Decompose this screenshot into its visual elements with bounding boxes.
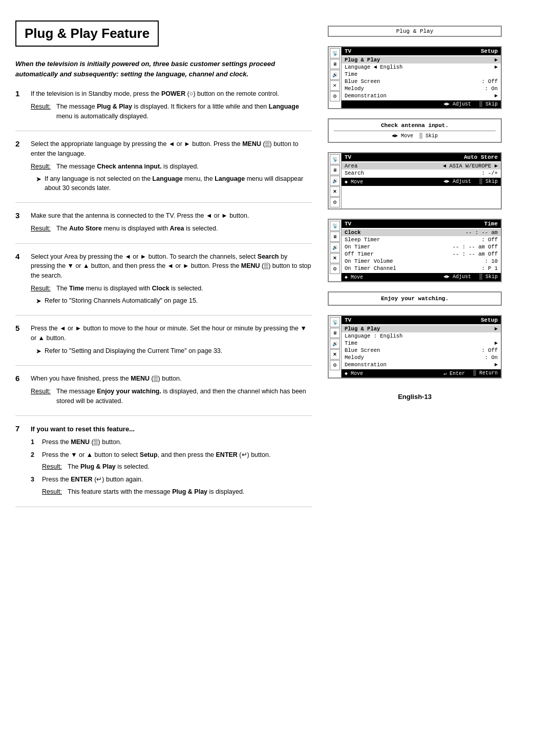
screen1-footer: ◄► Adjust ▒ Skip [342, 100, 501, 108]
menu-arrow-demo-6: ► [495, 362, 498, 368]
menu-item-offtimer: Off Timer [345, 251, 451, 257]
step-5-content: Press the ◄ or ► button to move to the h… [31, 324, 312, 358]
menu-row-search: Search : -/+ [342, 170, 501, 177]
result-1-text: The message Plug & Play is displayed. It… [56, 102, 312, 121]
step-2-text: Select the appropriate language by press… [31, 139, 312, 159]
step-4: 4 Select your Area by pressing the ◄ or … [15, 252, 312, 316]
menu-item-sleep: Sleep Timer [345, 237, 479, 243]
step-number-5: 5 [15, 324, 25, 358]
step-4-note: ➤ Refer to "Storing Channels Automatical… [31, 296, 312, 306]
result-label-3: Result: [31, 224, 52, 234]
sub-result-3-text: This feature starts with the message Plu… [68, 487, 312, 497]
step-5-text: Press the ◄ or ► button to move to the h… [31, 324, 312, 343]
footer-skip-1: ▒ Skip [479, 101, 498, 107]
screen4-content: TV Time Clock -- : -- am Sleep Timer : O… [342, 220, 501, 281]
menu-row-lang-6: Language : English [342, 332, 501, 340]
settings-icon: ⚙ [330, 91, 340, 101]
screen2-move: ◄► Move [392, 133, 413, 139]
menu-row-demo-6: Demonstration ► [342, 361, 501, 368]
menu-row-bluescreen: Blue Screen : Off [342, 78, 501, 85]
menu-row-area: Area ◄ ASIA W/EUROPE ► [342, 162, 501, 170]
screen3-footer: ◆ Move ◄► Adjust ▒ Skip [342, 178, 501, 186]
menu-val-bluescreen: : Off [481, 78, 498, 85]
footer-skip-3: ▒ Skip [479, 179, 498, 185]
result-label-4: Result: [31, 284, 52, 293]
screen-icon: 🖥 [330, 59, 340, 69]
menu-item-bluescreen: Blue Screen [345, 78, 479, 85]
screen2-text: Check antenna input. [334, 122, 496, 129]
sub-step-3-text: Press the ENTER (↵) button again. [42, 475, 143, 485]
menu-item-ontimerchan: On Timer Channel [345, 265, 479, 271]
footer-enter-6: ↵ Enter [443, 370, 465, 376]
menu-val-ontimervol: : 10 [485, 258, 498, 264]
settings-icon-4: ⚙ [330, 264, 340, 274]
menu-item-time-6: Time [345, 340, 493, 346]
menu-item-melody: Melody [345, 86, 483, 92]
menu-row-time-6: Time ► [342, 340, 501, 347]
page: Plug & Play Feature When the television … [0, 0, 553, 756]
right-column: Plug & Play 📡 🖥 🔊 ✕ ⚙ TV Setup Plug & Pl… [328, 20, 502, 736]
step-3-result: Result: The Auto Store menu is displayed… [31, 224, 312, 234]
antenna-icon: 📡 [330, 48, 340, 58]
screen6-content: TV Setup Plug & Play ► Language : Englis… [342, 316, 501, 377]
result-label-2: Result: [31, 162, 52, 172]
menu-row-demo: Demonstration ► [342, 92, 501, 99]
speaker-icon-3: 🔊 [330, 176, 340, 186]
menu-item-demo-6: Demonstration [345, 362, 493, 368]
menu-val-ontimer: -- : -- am Off [453, 244, 498, 250]
av-icon: ✕ [330, 80, 340, 91]
step-5-note: ➤ Refer to "Setting and Displaying the C… [31, 346, 312, 356]
sub-step-2-text: Press the ▼ or ▲ button to select Setup,… [42, 450, 270, 460]
intro-paragraph: When the television is initially powered… [15, 59, 312, 79]
screen4-header-right: Time [484, 221, 498, 227]
screen4-time: 📡 🖥 🔊 ✕ ⚙ TV Time Clock -- : -- am [328, 219, 502, 282]
step-1-content: If the television is in Standby mode, pr… [31, 89, 312, 123]
step-4-result: Result: The Time menu is displayed with … [31, 284, 312, 293]
menu-row-melody-6: Melody : On [342, 354, 501, 361]
menu-row-plugplay-6: Plug & Play ► [342, 325, 501, 332]
sub-step-num-1: 1 [31, 437, 38, 447]
step-2: 2 Select the appropriate language by pre… [15, 139, 312, 203]
footer-move-6: ◆ Move [345, 370, 363, 376]
step-number-6: 6 [15, 374, 25, 408]
screen6-header-right: Setup [481, 317, 498, 323]
screen4-body: Clock -- : -- am Sleep Timer : Off On Ti… [342, 228, 501, 273]
menu-row-time: Time [342, 71, 501, 78]
menu-item-ontimervol: On Timer Volume [345, 258, 483, 264]
sub-step-1-text: Press the MENU (▒) button. [42, 437, 121, 447]
av-icon-3: ✕ [330, 186, 340, 197]
antenna-icon-6: 📡 [330, 317, 340, 327]
menu-item-lang-6: Language : English [345, 333, 498, 339]
sub-result-label-2: Result: [42, 462, 63, 472]
sub-result-2-text: The Plug & Play is selected. [68, 462, 312, 472]
menu-item-ontimer: On Timer [345, 244, 451, 250]
step-number-4: 4 [15, 252, 25, 308]
step-1-text: If the television is in Standby mode, pr… [31, 89, 312, 99]
menu-val-melody-6: : On [485, 354, 498, 361]
step-number-1: 1 [15, 89, 25, 123]
menu-val-sleep: : Off [481, 237, 498, 243]
screen1-setup-menu: 📡 🖥 🔊 ✕ ⚙ TV Setup Plug & Play ► La [328, 46, 502, 109]
menu-item-plugplay-6: Plug & Play [345, 326, 493, 332]
left-column: Plug & Play Feature When the television … [15, 20, 312, 736]
screen2-antenna: Check antenna input. ◄► Move ▒ Skip [328, 118, 502, 143]
result-2-text: The message Check antenna input. is disp… [56, 162, 312, 172]
step-5: 5 Press the ◄ or ► button to move to the… [15, 324, 312, 366]
result-3-text: The Auto Store menu is displayed with Ar… [56, 224, 312, 234]
menu-row-ontimervol: On Timer Volume : 10 [342, 258, 501, 265]
result-4-text: The Time menu is displayed with Clock is… [56, 284, 312, 293]
screen6-header-left: TV [345, 317, 351, 323]
screen-icon-6: 🖥 [330, 328, 340, 338]
menu-val-blue-6: : Off [481, 347, 498, 353]
sub-step-7-3: 3 Press the ENTER (↵) button again. [31, 475, 312, 485]
menu-row-language: Language ◄ English ► [342, 64, 501, 71]
note-arrow-5: ➤ [36, 346, 41, 356]
menu-val-offtimer: -- : -- am Off [453, 251, 498, 257]
menu-row-ontimer: On Timer -- : -- am Off [342, 243, 501, 250]
step-6-text: When you have finished, press the MENU (… [31, 374, 312, 384]
footer-move-4: ◆ Move [345, 274, 363, 280]
page-number: English-13 [328, 393, 502, 401]
step-1: 1 If the television is in Standby mode, … [15, 89, 312, 131]
screen3-autostore: 📡 🖥 🔊 ✕ ⚙ TV Auto Store Area ◄ ASIA W/EU… [328, 152, 502, 209]
note-arrow-2: ➤ [36, 174, 41, 194]
